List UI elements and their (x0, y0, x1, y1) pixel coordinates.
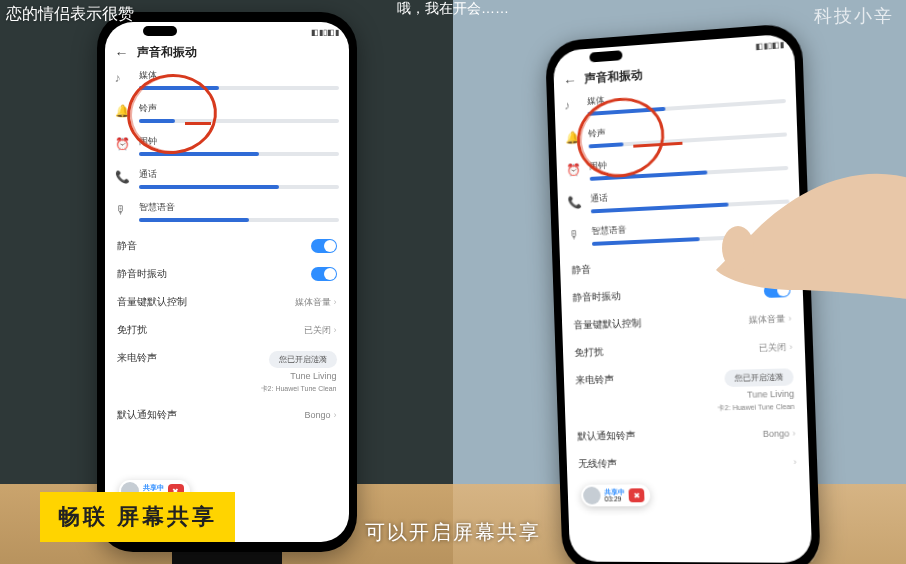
label-notif: 默认通知铃声 (117, 408, 177, 422)
phone-left: ◧▮▯◧▮ ← 声音和振动 ♪ 媒体 🔔 铃声 ⏰ 闹钟 📞 (97, 12, 357, 552)
slider-label-call: 通话 (139, 168, 339, 181)
caption-top-left: 恋的情侣表示很赞 (0, 0, 140, 29)
row-volkey[interactable]: 音量键默认控制 媒体音量› (105, 288, 349, 316)
slider-voice[interactable] (139, 218, 339, 222)
settings-header: ← 声音和振动 (105, 40, 349, 67)
alarm-icon: ⏰ (115, 137, 130, 151)
voice-icon: 🎙 (568, 228, 580, 242)
chevron-icon: › (789, 342, 792, 352)
chevron-icon: › (793, 457, 796, 467)
label-mute: 静音 (117, 239, 137, 253)
toggle-mute[interactable] (311, 239, 337, 253)
toggle-vibrate[interactable] (763, 283, 790, 298)
annotation-mark (185, 122, 211, 125)
share-time: 03:29 (604, 495, 625, 502)
back-icon[interactable]: ← (563, 72, 577, 89)
value-volkey: 媒体音量 (295, 296, 331, 309)
row-dnd[interactable]: 免打扰 已关闭› (105, 316, 349, 344)
avatar (582, 487, 600, 505)
row-mute[interactable]: 静音 (105, 232, 349, 260)
ringtone-bubble: 您已开启涟漪 (724, 368, 794, 387)
toggle-vibrate[interactable] (311, 267, 337, 281)
ringtone-value1: Tune Living (746, 389, 793, 400)
row-ringtone[interactable]: 来电铃声 您已开启涟漪 Tune Living 卡2: Huawei Tune … (105, 344, 349, 401)
page-title: 声音和振动 (584, 67, 643, 88)
value-dnd: 已关闭 (758, 340, 786, 354)
chevron-icon: › (334, 325, 337, 335)
slider-label-voice: 智慧语音 (139, 201, 339, 214)
feature-badge: 畅联 屏幕共享 (40, 492, 235, 542)
share-status: 共享中 (143, 484, 164, 491)
ringtone-value1: Tune Living (290, 371, 336, 381)
status-bar: ◧▮▯◧▮ (105, 22, 349, 40)
back-icon[interactable]: ← (115, 45, 129, 61)
label-ringtone: 来电铃声 (117, 351, 157, 365)
voice-icon: 🎙 (115, 203, 127, 217)
camera-cutout (143, 26, 177, 36)
caption-top-mid: 哦，我在开会…… (397, 0, 509, 18)
label-vibrate: 静音时振动 (572, 289, 621, 305)
ringtone-value2: 卡2: Huawei Tune Clean (261, 384, 337, 394)
label-volkey: 音量键默认控制 (117, 295, 187, 309)
media-icon: ♪ (564, 98, 570, 112)
call-icon: 📞 (115, 170, 130, 184)
label-dnd: 免打扰 (574, 345, 603, 360)
toggle-mute[interactable] (762, 254, 789, 269)
chevron-icon: › (334, 297, 337, 307)
alarm-icon: ⏰ (566, 163, 581, 178)
media-icon: ♪ (115, 71, 121, 85)
row-ringtone[interactable]: 来电铃声 您已开启涟漪 Tune Living 卡2: Huawei Tune … (563, 361, 807, 423)
ringtone-bubble: 您已开启涟漪 (269, 351, 337, 368)
left-pane: ◧▮▯◧▮ ← 声音和振动 ♪ 媒体 🔔 铃声 ⏰ 闹钟 📞 (0, 0, 453, 564)
label-notif: 默认通知铃声 (577, 429, 635, 444)
row-notif[interactable]: 默认通知铃声 Bongo› (565, 419, 808, 451)
subtitle: 可以开启屏幕共享 (365, 519, 541, 546)
ringtone-value2: 卡2: Huawei Tune Clean (717, 402, 794, 414)
chevron-icon: › (792, 428, 795, 438)
value-notif: Bongo (762, 428, 789, 439)
value-volkey: 媒体音量 (748, 312, 785, 326)
phone-screen-right: ◧▮▯◧▮ ← 声音和振动 ♪ 媒体 🔔 铃声 ⏰ 闹钟 📞 (552, 33, 812, 563)
label-wireless: 无线传声 (578, 457, 617, 471)
chevron-icon: › (334, 410, 337, 420)
label-mute: 静音 (571, 263, 591, 278)
row-wireless[interactable]: 无线传声 › (566, 448, 809, 478)
call-icon: 📞 (567, 195, 582, 209)
value-dnd: 已关闭 (304, 324, 331, 337)
phone-right: ◧▮▯◧▮ ← 声音和振动 ♪ 媒体 🔔 铃声 ⏰ 闹钟 📞 (544, 22, 820, 564)
end-share-icon[interactable]: ✖ (628, 488, 644, 502)
label-volkey: 音量键默认控制 (573, 316, 641, 332)
watermark: 科技小辛 (814, 4, 894, 28)
label-dnd: 免打扰 (117, 323, 147, 337)
screen-share-pill[interactable]: 共享中 03:29 ✖ (580, 484, 650, 506)
label-vibrate: 静音时振动 (117, 267, 167, 281)
page-title: 声音和振动 (137, 44, 197, 61)
value-notif: Bongo (304, 410, 330, 420)
camera-cutout (589, 50, 622, 62)
chevron-icon: › (788, 313, 791, 323)
row-vibrate[interactable]: 静音时振动 (105, 260, 349, 288)
right-pane: ◧▮▯◧▮ ← 声音和振动 ♪ 媒体 🔔 铃声 ⏰ 闹钟 📞 (453, 0, 906, 564)
slider-call[interactable] (139, 185, 339, 189)
row-notif[interactable]: 默认通知铃声 Bongo› (105, 401, 349, 429)
label-ringtone: 来电铃声 (575, 373, 614, 388)
phone-screen-left: ◧▮▯◧▮ ← 声音和振动 ♪ 媒体 🔔 铃声 ⏰ 闹钟 📞 (105, 22, 349, 542)
